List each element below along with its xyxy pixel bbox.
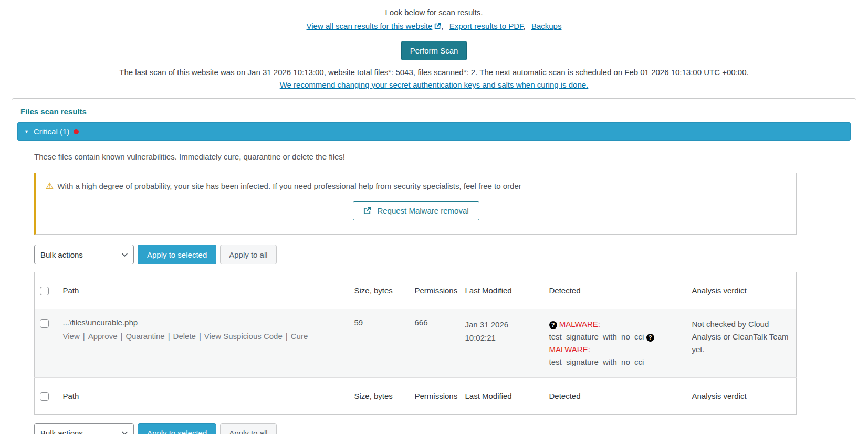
critical-section-label: Critical (1) [34, 127, 69, 136]
header-path: Path [58, 272, 349, 309]
pipe-separator: | [168, 332, 170, 341]
pipe-separator: | [286, 332, 288, 341]
row-checkbox-cell [35, 309, 58, 378]
backups-link[interactable]: Backups [531, 22, 562, 30]
bulk-actions-select[interactable]: Bulk actions [34, 245, 134, 264]
footer-verdict: Analysis verdict [687, 378, 797, 415]
apply-to-all-button[interactable]: Apply to all [220, 245, 276, 264]
malware-signature: test_signature_with_no_cci [549, 357, 644, 366]
table-footer-row: Path Size, bytes Permissions Last Modifi… [35, 378, 797, 415]
critical-section-toggle[interactable]: ▼ Critical (1) [17, 122, 851, 141]
scan-summary-area: Look below for scan results. View all sc… [0, 0, 868, 89]
footer-path: Path [58, 378, 349, 415]
permissions-cell: 666 [410, 309, 460, 378]
malware-signature: test_signature_with_no_cci [549, 332, 644, 341]
warning-actions: Request Malware removal [46, 201, 787, 220]
critical-status-dot [74, 129, 79, 134]
footer-detected: Detected [544, 378, 687, 415]
footer-permissions: Permissions [410, 378, 460, 415]
critical-description: These files contain known vulnerabilitie… [34, 152, 851, 161]
action-quarantine[interactable]: Quarantine [126, 332, 164, 341]
bulk-actions-row-bottom: Bulk actions Apply to selected Apply to … [34, 423, 851, 434]
critical-section-body: These files contain known vulnerabilitie… [17, 141, 851, 434]
malware-label: MALWARE: [559, 320, 600, 329]
bulk-actions-row-top: Bulk actions Apply to selected Apply to … [34, 245, 851, 264]
comma-separator: , [441, 22, 443, 30]
table-row: ...\files\uncurable.php View|Approve|Qua… [35, 309, 797, 378]
file-path: ...\files\uncurable.php [63, 318, 344, 327]
help-icon[interactable]: ? [646, 334, 654, 342]
external-link-icon [363, 207, 371, 215]
view-all-scan-results-link[interactable]: View all scan results for this website [307, 22, 442, 30]
select-all-checkbox[interactable] [40, 287, 49, 295]
recommendation-row: We recommend changing your secret authen… [0, 80, 868, 89]
malware-label: MALWARE: [549, 345, 590, 354]
footer-size: Size, bytes [349, 378, 410, 415]
perform-scan-button[interactable]: Perform Scan [401, 41, 467, 60]
external-link-icon [434, 23, 441, 29]
bulk-actions-select-bottom[interactable]: Bulk actions [34, 423, 134, 434]
header-detected: Detected [544, 272, 687, 309]
comma-separator: , [524, 22, 526, 30]
bulk-actions-select-wrap: Bulk actions [34, 245, 134, 264]
warning-icon: ⚠ [46, 181, 54, 191]
footer-last-modified: Last Modified [460, 378, 544, 415]
panel-title: Files scan results [20, 107, 848, 116]
warning-message: With a high degree of probability, your … [57, 182, 521, 190]
pipe-separator: | [199, 332, 201, 341]
request-malware-removal-label: Request Malware removal [377, 206, 468, 215]
pipe-separator: | [121, 332, 123, 341]
scan-links-row: View all scan results for this website, … [0, 22, 868, 30]
action-view-suspicious-code[interactable]: View Suspicious Code [204, 332, 283, 341]
scan-results-table: Path Size, bytes Permissions Last Modifi… [34, 272, 797, 415]
apply-to-selected-button-bottom[interactable]: Apply to selected [138, 423, 216, 434]
change-keys-recommendation-link[interactable]: We recommend changing your secret authen… [280, 80, 589, 89]
row-checkbox[interactable] [40, 319, 49, 328]
apply-to-selected-button[interactable]: Apply to selected [138, 245, 216, 264]
row-actions: View|Approve|Quarantine|Delete|View Susp… [63, 332, 344, 341]
header-checkbox-cell [35, 272, 58, 309]
request-malware-removal-button[interactable]: Request Malware removal [353, 201, 479, 220]
export-results-pdf-link[interactable]: Export results to PDF [449, 22, 524, 30]
detected-cell: ? MALWARE: test_signature_with_no_cci ? … [544, 309, 687, 378]
action-delete[interactable]: Delete [173, 332, 196, 341]
action-approve[interactable]: Approve [88, 332, 118, 341]
header-permissions: Permissions [410, 272, 460, 309]
action-view[interactable]: View [63, 332, 80, 341]
warning-text-row: ⚠With a high degree of probability, your… [46, 181, 787, 192]
header-verdict: Analysis verdict [687, 272, 797, 309]
bulk-actions-select-wrap-bottom: Bulk actions [34, 423, 134, 434]
pipe-separator: | [83, 332, 85, 341]
last-scan-info-text: The last scan of this website was on Jan… [0, 68, 868, 77]
footer-checkbox-cell [35, 378, 58, 415]
files-scan-results-panel: Files scan results ▼ Critical (1) These … [12, 98, 856, 434]
select-all-checkbox-bottom[interactable] [40, 392, 49, 401]
apply-to-all-button-bottom[interactable]: Apply to all [220, 423, 276, 434]
size-cell: 59 [349, 309, 410, 378]
view-all-scan-results-label: View all scan results for this website [307, 22, 433, 30]
verdict-cell: Not checked by Cloud Analysis or CleanTa… [687, 309, 797, 378]
caret-down-icon: ▼ [24, 129, 29, 134]
last-modified-cell: Jan 31 2026 10:02:21 [460, 309, 544, 378]
scan-status-text: Look below for scan results. [0, 8, 868, 17]
help-icon[interactable]: ? [549, 321, 557, 329]
header-size: Size, bytes [349, 272, 410, 309]
action-cure[interactable]: Cure [291, 332, 308, 341]
infection-warning-box: ⚠With a high degree of probability, your… [34, 173, 797, 235]
header-last-modified: Last Modified [460, 272, 544, 309]
table-header-row: Path Size, bytes Permissions Last Modifi… [35, 272, 797, 309]
path-cell: ...\files\uncurable.php View|Approve|Qua… [58, 309, 349, 378]
